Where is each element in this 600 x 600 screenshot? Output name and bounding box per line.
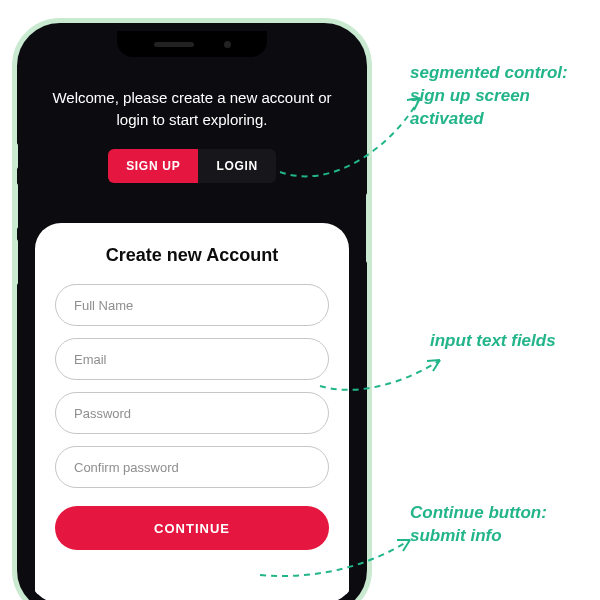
welcome-text: Welcome, please create a new account or …	[47, 87, 337, 131]
side-button	[13, 183, 18, 229]
placeholder-text: Confirm password	[74, 460, 179, 475]
side-button	[366, 193, 371, 263]
placeholder-text: Password	[74, 406, 131, 421]
email-field[interactable]: Email	[55, 338, 329, 380]
confirm-password-field[interactable]: Confirm password	[55, 446, 329, 488]
password-field[interactable]: Password	[55, 392, 329, 434]
annotation-continue: Continue button: submit info	[410, 502, 600, 548]
annotation-inputs: input text fields	[430, 330, 600, 353]
phone-screen: Welcome, please create a new account or …	[25, 31, 359, 600]
tab-sign-up[interactable]: SIGN UP	[108, 149, 198, 183]
card-title: Create new Account	[55, 245, 329, 266]
side-button	[13, 239, 18, 285]
camera-icon	[224, 41, 231, 48]
side-button	[13, 143, 18, 169]
continue-button[interactable]: CONTINUE	[55, 506, 329, 550]
speaker-icon	[154, 42, 194, 47]
tab-login[interactable]: LOGIN	[198, 149, 276, 183]
phone-frame: Welcome, please create a new account or …	[12, 18, 372, 600]
signup-card: Create new Account Full Name Email Passw…	[35, 223, 349, 600]
placeholder-text: Full Name	[74, 298, 133, 313]
annotation-segmented: segmented control: sign up screen activa…	[410, 62, 600, 131]
phone-notch	[117, 31, 267, 57]
segmented-control: SIGN UP LOGIN	[108, 149, 276, 183]
placeholder-text: Email	[74, 352, 107, 367]
full-name-field[interactable]: Full Name	[55, 284, 329, 326]
